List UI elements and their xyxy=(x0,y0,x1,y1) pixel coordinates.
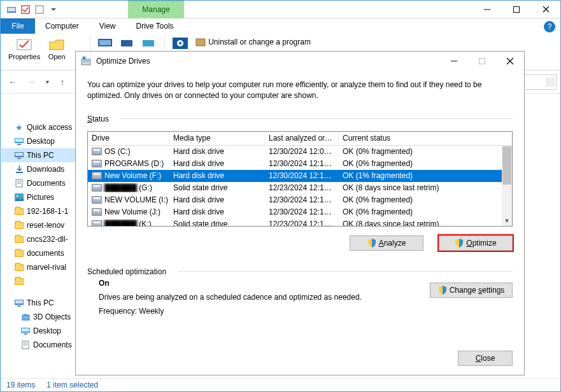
nav-recent[interactable]: ▾ xyxy=(43,74,52,90)
drive-name: OS (C:) xyxy=(104,147,131,156)
drive-list-header[interactable]: Drive Media type Last analyzed or o... C… xyxy=(88,132,512,146)
tree-item-label: Downloads xyxy=(27,165,64,174)
svg-rect-30 xyxy=(22,315,29,320)
pc-icon xyxy=(14,298,24,308)
svg-rect-8 xyxy=(99,40,111,45)
drive-last: 12/30/2024 12:14 P... xyxy=(265,159,339,168)
drive-status: OK (8 days since last retrim) xyxy=(339,220,502,226)
col-media[interactable]: Media type xyxy=(169,132,265,145)
tree-item[interactable]: Desktop xyxy=(1,134,82,148)
drive-row[interactable]: ██████ (K:)Solid state drive12/23/2024 1… xyxy=(88,218,502,226)
dialog-close[interactable] xyxy=(496,52,524,71)
tree-item[interactable]: Desktop xyxy=(1,324,82,338)
tree-item[interactable]: documents xyxy=(1,246,82,260)
drive-status: OK (0% fragmented) xyxy=(339,147,502,156)
tree-quick-access[interactable]: ★ Quick access xyxy=(1,120,82,134)
settings-icon[interactable] xyxy=(171,36,189,50)
analyze-button[interactable]: Analyze xyxy=(350,235,423,251)
tree-item[interactable]: Downloads xyxy=(1,162,82,176)
drive-icon xyxy=(92,148,102,155)
tree-item[interactable]: Documents xyxy=(1,176,82,190)
open-icon xyxy=(48,38,66,52)
tree-item-label: documents xyxy=(27,249,64,258)
tree-item[interactable]: 192-168-1-1 xyxy=(1,204,82,218)
tab-drive-tools[interactable]: Drive Tools xyxy=(128,18,181,34)
svg-rect-37 xyxy=(82,59,90,65)
col-drive[interactable]: Drive xyxy=(88,132,169,145)
tab-computer[interactable]: Computer xyxy=(35,18,89,34)
ribbon-properties[interactable]: Properties xyxy=(6,36,43,62)
tree-item[interactable]: reset-lenov xyxy=(1,218,82,232)
rename-icon xyxy=(68,38,86,52)
nav-forward[interactable]: → xyxy=(24,74,40,90)
qat-properties-icon[interactable] xyxy=(18,3,32,17)
close-button[interactable] xyxy=(531,1,560,18)
tree-item[interactable]: 3D Objects xyxy=(1,310,82,324)
tree-item-label: 3D Objects xyxy=(33,312,71,321)
tree-item[interactable]: marvel-rival xyxy=(1,260,82,274)
drive-row[interactable]: PROGRAMS (D:)Hard disk drive12/30/2024 1… xyxy=(88,158,502,170)
tree-item[interactable]: cncs232-dll- xyxy=(1,232,82,246)
map-drive-icon[interactable] xyxy=(118,36,136,50)
qat-dropdown-icon[interactable] xyxy=(46,3,60,17)
drive-media: Hard disk drive xyxy=(169,147,265,156)
tree-item-label: cncs232-dll- xyxy=(27,235,68,244)
close-button[interactable]: Close xyxy=(458,351,513,366)
minimize-button[interactable] xyxy=(472,1,502,18)
drive-list[interactable]: Drive Media type Last analyzed or o... C… xyxy=(87,131,513,227)
svg-rect-38 xyxy=(83,60,89,62)
tree-label: Quick access xyxy=(27,123,72,132)
help-icon[interactable]: ? xyxy=(544,21,555,32)
optimize-button[interactable]: Optimize xyxy=(439,235,513,251)
maximize-button[interactable] xyxy=(502,1,531,18)
nav-back[interactable]: ← xyxy=(4,74,21,90)
tree-item[interactable]: Documents xyxy=(1,338,82,352)
ribbon-open[interactable]: Open xyxy=(45,36,68,62)
drive-status: OK (8 days since last retrim) xyxy=(339,183,502,192)
drive-status: OK (0% fragmented) xyxy=(339,159,502,168)
tab-view[interactable]: View xyxy=(89,18,126,34)
svg-rect-3 xyxy=(36,6,43,13)
drive-media: Hard disk drive xyxy=(169,159,265,168)
drive-status: OK (1% fragmented) xyxy=(339,171,502,180)
scroll-down-icon[interactable]: ▼ xyxy=(502,216,512,226)
drive-row[interactable]: NEW VOLUME (I:)Hard disk drive12/30/2024… xyxy=(88,194,502,206)
network-icon[interactable] xyxy=(97,36,115,50)
tree-item[interactable] xyxy=(1,274,82,288)
downloads-icon xyxy=(14,164,24,174)
col-status[interactable]: Current status xyxy=(339,132,512,145)
drive-row[interactable]: New Volume (J:)Hard disk drive12/30/2024… xyxy=(88,206,502,218)
tree-this-pc[interactable]: This PC xyxy=(1,296,82,310)
drive-name: ██████ (G:) xyxy=(104,183,152,192)
svg-rect-1 xyxy=(8,8,15,11)
nav-up[interactable]: ↑ xyxy=(54,74,71,90)
svg-point-39 xyxy=(82,56,85,59)
nav-tree[interactable]: ★ Quick access DesktopThis PCDownloadsDo… xyxy=(1,95,83,377)
tree-item[interactable]: This PC xyxy=(1,148,82,162)
svg-rect-19 xyxy=(15,153,23,156)
scroll-thumb[interactable] xyxy=(502,146,511,185)
drive-row[interactable]: ██████ (G:)Solid state drive12/23/2024 1… xyxy=(88,182,502,194)
qat-new-folder-icon[interactable] xyxy=(32,3,46,17)
dialog-minimize[interactable] xyxy=(440,52,468,71)
col-last[interactable]: Last analyzed or o... xyxy=(265,132,339,145)
ribbon-uninstall-link[interactable]: Uninstall or change a program xyxy=(193,36,313,48)
folder-icon xyxy=(20,312,31,322)
file-tab[interactable]: File xyxy=(1,18,35,34)
svg-rect-16 xyxy=(15,139,23,142)
svg-rect-20 xyxy=(17,158,21,159)
drive-row[interactable]: New Volume (F:)Hard disk drive12/30/2024… xyxy=(88,170,502,182)
list-scrollbar[interactable]: ▲ ▼ xyxy=(502,146,512,226)
contextual-tab-header: Manage xyxy=(128,1,184,18)
change-settings-button[interactable]: Change settings xyxy=(430,283,513,298)
drive-media: Hard disk drive xyxy=(169,195,265,204)
svg-rect-32 xyxy=(22,328,29,332)
tree-item[interactable]: Pictures xyxy=(1,190,82,204)
add-location-icon[interactable] xyxy=(140,36,158,50)
pc-icon xyxy=(14,150,24,160)
ribbon-properties-label: Properties xyxy=(8,53,40,60)
tree-item-label: This PC xyxy=(27,151,54,160)
app-icon[interactable] xyxy=(4,3,18,17)
drive-row[interactable]: OS (C:)Hard disk drive12/30/2024 12:01 P… xyxy=(88,146,502,158)
sched-on-label: On xyxy=(99,279,110,288)
